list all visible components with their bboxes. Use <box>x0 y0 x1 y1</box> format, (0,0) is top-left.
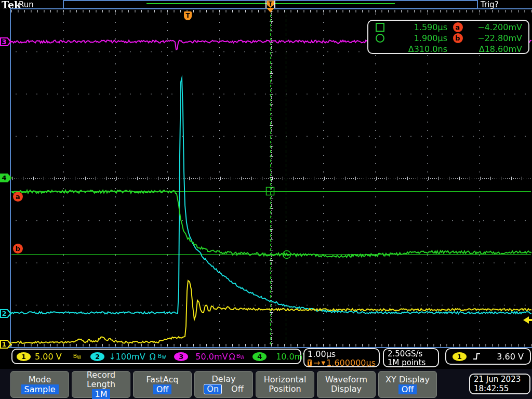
waveform-display-area[interactable] <box>0 0 532 399</box>
record-length-value: 1M <box>92 389 111 399</box>
record-length: 1M points <box>388 358 434 367</box>
expansion-triangle-icon: ▼ <box>321 358 325 367</box>
trigger-level-arrow[interactable] <box>523 316 532 324</box>
delay-on-option[interactable]: On <box>204 384 222 394</box>
trigger-level: 3.60 V <box>497 352 524 362</box>
cursor-a-time: 1.590µs <box>393 22 447 32</box>
cursor-b-circle-icon <box>376 34 384 43</box>
channel-1-badge[interactable]: 1 <box>17 352 31 361</box>
cursor-a-value: −4.200mV <box>468 22 522 32</box>
channel-readout-bar: 1 5.00 V BW 2 ↓100mV Ω BW 3 50.0mV Ω BW … <box>11 349 301 364</box>
channel-2-badge[interactable]: 2 <box>90 352 104 361</box>
xy-display-button[interactable]: XY Display Off <box>378 371 437 398</box>
waveform-display-button[interactable]: Waveform Display <box>317 371 376 398</box>
trigger-flag-icon: T <box>267 1 274 8</box>
tek-logo: Tek <box>2 0 21 10</box>
channel-3-badge[interactable]: 3 <box>174 352 188 361</box>
record-view-bar[interactable]: T <box>63 0 478 9</box>
sample-rate: 2.50GS/s <box>388 350 434 358</box>
channel-3-readout[interactable]: 3 50.0mV Ω BW <box>174 352 244 362</box>
channel-1-readout[interactable]: 1 5.00 V BW <box>17 352 81 362</box>
channel-2-scale: ↓100mV <box>109 352 145 362</box>
trigger-position-marker[interactable]: T <box>184 11 192 20</box>
bottom-menu-bar: Mode Sample Record Length 1M FastAcq Off… <box>0 369 532 399</box>
acquisition-readout: 2.50GS/s 1M points <box>383 348 439 367</box>
trigger-readout: 1 3.60 V <box>445 348 531 365</box>
rising-edge-icon <box>473 352 481 361</box>
cursor-b-time: 1.900µs <box>393 33 447 43</box>
cursor-b-badge: b <box>453 33 463 43</box>
trigger-t-icon: T <box>308 360 312 366</box>
cursor-delta-time: Δ310.0ns <box>393 44 447 54</box>
delay-time: 1.600000µs <box>326 358 376 367</box>
bandwidth-limit-icon: BW <box>158 353 166 360</box>
cursor-b-value: −22.80mV <box>468 33 522 43</box>
fastacq-value: Off <box>153 384 172 394</box>
trigger-level-arrow-tail <box>528 319 532 321</box>
datetime-display: 21 Jun 2023 18:42:55 <box>469 374 530 394</box>
delay-off-option[interactable]: Off <box>231 384 244 394</box>
time: 18:42:55 <box>474 384 529 393</box>
cursor-b-edge-badge[interactable]: b <box>13 244 23 254</box>
channel-3-impedance: Ω <box>229 352 235 362</box>
cursor-a-edge-badge[interactable]: a <box>13 192 23 202</box>
cursor-readout-panel: 1.590µs a −4.200mV 1.900µs b −22.80mV Δ3… <box>367 20 529 54</box>
delay-button[interactable]: Delay On Off <box>194 371 253 398</box>
window-bracket-right-icon <box>274 1 275 8</box>
mode-button[interactable]: Mode Sample <box>10 371 69 398</box>
horizontal-scale: 1.00µs <box>308 350 376 358</box>
window-bracket-left-icon <box>265 1 267 8</box>
channel-2-impedance: Ω <box>150 352 156 362</box>
xy-display-value: Off <box>398 384 417 394</box>
record-view-trigger-flag[interactable]: T <box>265 1 277 8</box>
oscilloscope-screen: Tek Run T Trig? T 1.590µs a −4.200mV 1.9… <box>0 0 532 399</box>
horizontal-readout: 1.00µs T → ▼ 1.600000µs <box>303 348 380 367</box>
record-length-button[interactable]: Record Length 1M <box>72 371 130 398</box>
delay-readout: T → ▼ 1.600000µs <box>308 358 376 367</box>
date: 21 Jun 2023 <box>474 375 529 384</box>
channel-4-badge[interactable]: 4 <box>252 352 267 361</box>
channel-2-readout[interactable]: 2 ↓100mV Ω BW <box>90 352 166 362</box>
fastacq-button[interactable]: FastAcq Off <box>133 371 192 398</box>
arrow-right-icon: → <box>313 358 320 367</box>
mode-value: Sample <box>21 384 59 394</box>
bandwidth-limit-icon: BW <box>73 353 81 360</box>
channel-1-scale: 5.00 V <box>35 352 62 362</box>
acquisition-status: Run <box>19 0 34 9</box>
channel-3-scale: 50.0mV <box>195 352 228 362</box>
horizontal-position-button[interactable]: Horizontal Position <box>256 371 314 398</box>
cursor-a-square-icon <box>376 23 384 32</box>
cursor-a-badge: a <box>453 22 463 32</box>
trigger-source-badge[interactable]: 1 <box>453 352 467 361</box>
bandwidth-limit-icon: BW <box>236 353 244 360</box>
cursor-delta-value: Δ18.60mV <box>468 44 522 54</box>
trigger-status: Trig? <box>481 0 499 9</box>
